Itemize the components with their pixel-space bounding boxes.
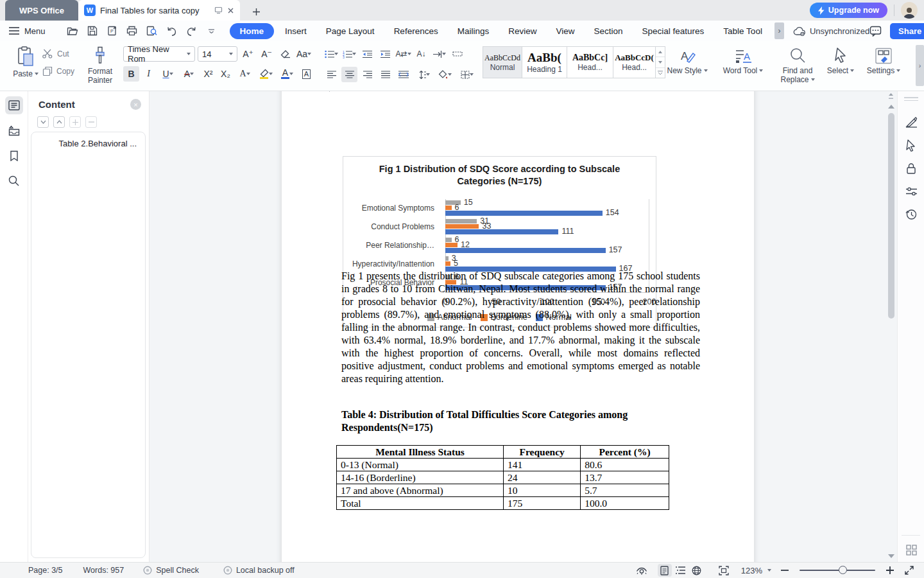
bullet-list-button[interactable]: [323, 46, 339, 62]
increase-font-button[interactable]: A⁺: [240, 46, 256, 62]
comment-icon[interactable]: [869, 26, 882, 37]
bold-button[interactable]: B: [123, 66, 139, 82]
share-button[interactable]: Share: [890, 23, 924, 39]
tab-table-tool[interactable]: Table Tool: [715, 24, 771, 39]
superscript-button[interactable]: X²: [200, 66, 216, 82]
table-cell[interactable]: 13.7: [581, 471, 669, 484]
outline-view-icon[interactable]: [674, 564, 688, 577]
style-head-[interactable]: AaBbCcD(Head...: [613, 46, 656, 78]
bookmark-icon[interactable]: [5, 146, 23, 164]
outline-plus-icon[interactable]: [69, 116, 81, 128]
decrease-font-button[interactable]: A⁻: [259, 46, 275, 62]
fit-page-icon[interactable]: [717, 564, 731, 577]
word-tool-button[interactable]: A Word Tool: [717, 48, 769, 75]
style-head-[interactable]: AaBbCc]Head...: [567, 46, 613, 78]
table-cell[interactable]: 0-13 (Normal): [337, 459, 504, 471]
save-icon[interactable]: [86, 24, 99, 37]
style-normal[interactable]: AaBbCcDdNormal: [483, 46, 522, 78]
quick-toolbar-more-icon[interactable]: [205, 24, 218, 37]
select-tool-icon[interactable]: [903, 137, 919, 153]
menu-button[interactable]: Menu: [0, 26, 53, 36]
backup-status[interactable]: Local backup off: [223, 566, 295, 575]
table-cell[interactable]: 14-16 (Borderline): [337, 471, 504, 484]
ribbon-expand-icon[interactable]: ›: [916, 45, 924, 86]
fullscreen-icon[interactable]: [902, 564, 916, 577]
character-border-button[interactable]: A: [298, 66, 314, 82]
outline-expand-icon[interactable]: [37, 116, 49, 128]
tab-mailings[interactable]: Mailings: [449, 24, 498, 39]
outline-collapse-icon[interactable]: [53, 116, 65, 128]
table-tool-expand-icon[interactable]: ›: [774, 22, 784, 39]
increase-indent-button[interactable]: [377, 46, 393, 62]
print-preview-icon[interactable]: [146, 24, 158, 37]
todo-tray-icon[interactable]: [5, 121, 23, 139]
document-page[interactable]: Fig 1 Distribution of SDQ Score accordin…: [282, 91, 754, 562]
new-style-button[interactable]: A New Style: [662, 48, 712, 75]
word-count[interactable]: Words: 957: [83, 566, 124, 575]
spell-check-status[interactable]: Spell Check: [143, 566, 199, 575]
table-cell[interactable]: 5.7: [581, 484, 669, 497]
export-pdf-icon[interactable]: P: [106, 24, 119, 37]
document-tab[interactable]: W Final Tables for sarita copy: [78, 0, 240, 21]
font-color-button[interactable]: A: [277, 66, 297, 82]
zoom-slider-knob[interactable]: [839, 566, 847, 574]
sync-status[interactable]: Unsynchronized: [793, 26, 869, 36]
adjust-settings-icon[interactable]: [903, 184, 919, 199]
scroll-up-icon[interactable]: [888, 105, 894, 109]
table4-heading[interactable]: Table 4: Distribution of Total Difficult…: [341, 408, 700, 434]
tab-ruler-button[interactable]: [449, 46, 465, 62]
table-cell[interactable]: 175: [504, 497, 581, 510]
tab-references[interactable]: References: [386, 24, 447, 39]
shading-button[interactable]: [435, 67, 455, 82]
change-case-button[interactable]: Aa: [296, 46, 312, 62]
select-button[interactable]: Select: [823, 48, 859, 75]
style-heading-1[interactable]: AaBb(Heading 1: [522, 46, 567, 78]
eye-protection-icon[interactable]: [635, 564, 649, 577]
justify-button[interactable]: [377, 67, 393, 82]
tab-section[interactable]: Section: [586, 24, 631, 39]
user-avatar[interactable]: [901, 2, 918, 19]
table-cell[interactable]: 24: [504, 471, 581, 484]
tab-page-layout[interactable]: Page Layout: [318, 24, 383, 39]
upgrade-now-button[interactable]: Upgrade now: [810, 3, 887, 18]
settings-button[interactable]: Settings: [861, 48, 906, 75]
distribute-button[interactable]: [395, 67, 411, 82]
web-view-icon[interactable]: [690, 564, 704, 577]
zoom-level[interactable]: 123%: [741, 566, 762, 575]
borders-button[interactable]: [457, 67, 477, 82]
find-replace-button[interactable]: Find and Replace: [774, 48, 821, 84]
table-cell[interactable]: 10: [504, 484, 581, 497]
align-right-button[interactable]: [359, 67, 375, 82]
zoom-caret-icon[interactable]: [767, 569, 771, 572]
tab-view[interactable]: View: [547, 24, 583, 39]
highlight-button[interactable]: [256, 66, 276, 82]
tab-pin-icon[interactable]: [214, 6, 223, 14]
strip-drag-handle[interactable]: [904, 97, 918, 103]
history-icon[interactable]: [903, 207, 919, 222]
page-indicator[interactable]: Page: 3/5: [28, 566, 63, 575]
tab-special-features[interactable]: Special features: [634, 24, 713, 39]
page-view-icon[interactable]: [658, 564, 672, 577]
undo-icon[interactable]: [166, 24, 178, 37]
apps-grid-icon[interactable]: [903, 542, 919, 557]
decrease-indent-button[interactable]: [359, 46, 375, 62]
italic-button[interactable]: I: [141, 66, 157, 82]
tab-review[interactable]: Review: [500, 24, 545, 39]
document-viewport[interactable]: Fig 1 Distribution of SDQ Score accordin…: [150, 91, 897, 562]
zoom-in-icon[interactable]: [883, 564, 897, 577]
table-cell[interactable]: 100.0: [581, 497, 669, 510]
scrollbar-thumb[interactable]: [888, 113, 894, 319]
font-size-select[interactable]: 14: [198, 46, 237, 62]
table-cell[interactable]: Total: [337, 497, 504, 510]
format-painter-button[interactable]: Format Painter: [82, 46, 118, 85]
table-cell[interactable]: 80.6: [581, 459, 669, 471]
body-paragraph[interactable]: Fig 1 presents the distribution of SDQ s…: [341, 270, 700, 385]
pen-annotate-icon[interactable]: [903, 114, 919, 130]
text-effects-button[interactable]: A: [235, 66, 255, 82]
subscript-button[interactable]: X₂: [218, 66, 234, 82]
outline-minus-icon[interactable]: [85, 116, 97, 128]
print-icon[interactable]: [126, 24, 139, 37]
scroll-previous-page-icon[interactable]: [887, 93, 894, 99]
tab-home[interactable]: Home: [230, 23, 275, 39]
font-name-select[interactable]: Times New Rom: [123, 46, 195, 62]
